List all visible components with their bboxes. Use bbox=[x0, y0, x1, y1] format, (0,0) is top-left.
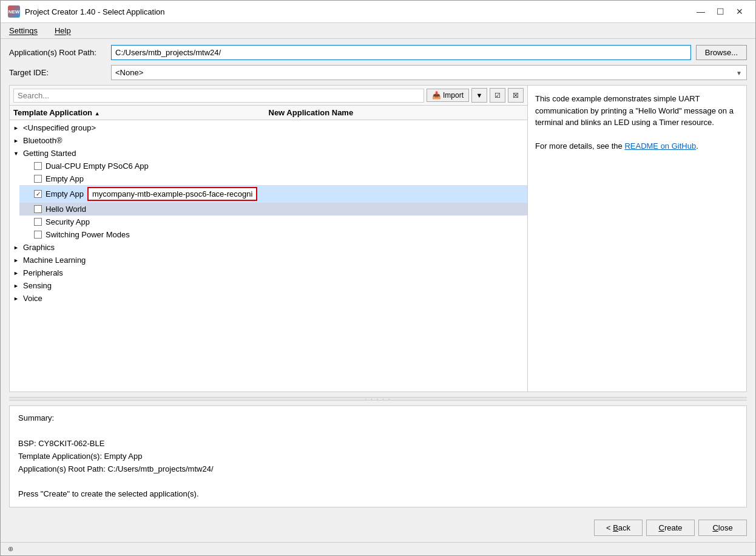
label-hello-world: Hello World bbox=[46, 205, 86, 214]
target-ide-select[interactable]: <None> bbox=[111, 65, 747, 80]
checkbox-switching-power[interactable] bbox=[34, 231, 42, 239]
target-ide-label: Target IDE: bbox=[9, 68, 106, 77]
back-label: < Back bbox=[606, 523, 630, 532]
summary-template: Template Application(s): Empty App bbox=[18, 450, 738, 463]
uncheck-all-button[interactable]: ☒ bbox=[508, 88, 524, 103]
readme-link[interactable]: README on GitHub bbox=[624, 141, 696, 151]
checkbox-empty-app-1[interactable] bbox=[34, 175, 42, 183]
check-all-button[interactable]: ☑ bbox=[490, 88, 505, 103]
target-ide-wrapper: <None> bbox=[111, 65, 747, 80]
status-icon: ⊕ bbox=[8, 545, 13, 553]
group-peripherals-label: Peripherals bbox=[23, 268, 63, 277]
group-graphics-label: Graphics bbox=[23, 243, 55, 252]
root-path-label: Application(s) Root Path: bbox=[9, 48, 106, 57]
group-sensing-label: Sensing bbox=[23, 281, 52, 290]
arrow-unspecified: ► bbox=[13, 125, 21, 131]
label-security-app: Security App bbox=[46, 217, 90, 226]
arrow-getting-started: ▼ bbox=[13, 151, 21, 157]
arrow-voice: ► bbox=[13, 296, 21, 302]
window-title: Project Creator 1.40 - Select Applicatio… bbox=[25, 7, 165, 16]
arrow-sensing: ► bbox=[13, 283, 21, 289]
title-controls: — ☐ ✕ bbox=[692, 5, 748, 18]
group-sensing[interactable]: ► Sensing bbox=[10, 279, 527, 292]
checkbox-hello-world[interactable] bbox=[34, 205, 42, 213]
close-label: Close bbox=[712, 523, 732, 532]
check-all-icon: ☑ bbox=[494, 92, 501, 100]
summary-bsp: BSP: CY8CKIT-062-BLE bbox=[18, 438, 738, 450]
summary-root-path: Application(s) Root Path: C:/Users/mtb_p… bbox=[18, 463, 738, 476]
col-template-header: Template Application ▲ bbox=[13, 108, 269, 117]
back-button[interactable]: < Back bbox=[594, 520, 643, 536]
arrow-bluetooth: ► bbox=[13, 138, 21, 144]
group-getting-started[interactable]: ▼ Getting Started bbox=[10, 147, 527, 160]
group-graphics[interactable]: ► Graphics bbox=[10, 241, 527, 254]
group-bluetooth[interactable]: ► Bluetooth® bbox=[10, 134, 527, 147]
group-machine-learning[interactable]: ► Machine Learning bbox=[10, 254, 527, 266]
divider-handle[interactable]: · · · · · bbox=[9, 397, 747, 401]
getting-started-children: Dual-CPU Empty PSoC6 App Empty App ✓ Emp… bbox=[10, 160, 527, 241]
leaf-empty-app-1[interactable]: Empty App bbox=[19, 172, 527, 185]
divider-dots: · · · · · bbox=[365, 396, 391, 402]
search-input[interactable] bbox=[13, 89, 424, 103]
group-unspecified[interactable]: ► <Unspecified group> bbox=[10, 121, 527, 134]
close-button[interactable]: Close bbox=[698, 520, 747, 536]
browse-button[interactable]: Browse... bbox=[696, 45, 747, 60]
title-bar: NEW Project Creator 1.40 - Select Applic… bbox=[1, 1, 755, 23]
main-window: NEW Project Creator 1.40 - Select Applic… bbox=[0, 0, 756, 556]
import-icon: 📥 bbox=[432, 91, 441, 100]
checkbox-empty-app-2[interactable]: ✓ bbox=[34, 190, 42, 198]
app-icon: NEW bbox=[8, 5, 20, 18]
summary-panel: Summary: BSP: CY8CKIT-062-BLE Template A… bbox=[9, 405, 747, 507]
leaf-dual-cpu[interactable]: Dual-CPU Empty PSoC6 App bbox=[19, 160, 527, 172]
filter-icon: ▼ bbox=[476, 92, 483, 99]
bottom-bar: < Back Create Close bbox=[1, 514, 755, 542]
close-window-button[interactable]: ✕ bbox=[731, 5, 748, 18]
create-button[interactable]: Create bbox=[646, 520, 695, 536]
arrow-graphics: ► bbox=[13, 245, 21, 251]
maximize-button[interactable]: ☐ bbox=[712, 5, 729, 18]
import-button[interactable]: 📥 Import bbox=[427, 89, 469, 102]
group-unspecified-label: <Unspecified group> bbox=[23, 123, 96, 132]
minimize-button[interactable]: — bbox=[692, 5, 709, 18]
content-area: Application(s) Root Path: Browse... Targ… bbox=[1, 39, 755, 514]
status-bar: ⊕ bbox=[1, 542, 755, 555]
import-label: Import bbox=[443, 91, 464, 100]
tree-area: ► <Unspecified group> ► Bluetooth® ▼ Get… bbox=[10, 120, 527, 392]
leaf-switching-power[interactable]: Switching Power Modes bbox=[19, 228, 527, 241]
filter-button[interactable]: ▼ bbox=[471, 88, 487, 103]
leaf-hello-world[interactable]: Hello World bbox=[19, 203, 527, 215]
group-getting-started-label: Getting Started bbox=[23, 149, 76, 158]
arrow-machine-learning: ► bbox=[13, 257, 21, 263]
create-label: Create bbox=[658, 523, 682, 532]
summary-press-create: Press "Create" to create the selected ap… bbox=[18, 488, 738, 501]
right-panel: This code example demonstrates simple UA… bbox=[528, 86, 746, 392]
root-path-row: Application(s) Root Path: Browse... bbox=[9, 45, 747, 60]
settings-menu[interactable]: Settings bbox=[5, 24, 41, 37]
leaf-security-app[interactable]: Security App bbox=[19, 215, 527, 228]
left-panel: 📥 Import ▼ ☑ ☒ Template bbox=[10, 86, 528, 392]
group-voice[interactable]: ► Voice bbox=[10, 292, 527, 305]
label-switching-power: Switching Power Modes bbox=[46, 230, 130, 239]
arrow-peripherals: ► bbox=[13, 270, 21, 276]
summary-title: Summary: bbox=[18, 412, 738, 425]
group-bluetooth-label: Bluetooth® bbox=[23, 136, 62, 145]
menu-bar: Settings Help bbox=[1, 23, 755, 39]
col-appname-header: New Application Name bbox=[269, 108, 524, 117]
group-machine-learning-label: Machine Learning bbox=[23, 256, 86, 265]
root-path-input[interactable] bbox=[111, 45, 691, 60]
table-header: Template Application ▲ New Application N… bbox=[10, 106, 527, 120]
uncheck-all-icon: ☒ bbox=[513, 92, 519, 100]
description-suffix: . bbox=[696, 141, 698, 151]
checkbox-dual-cpu[interactable] bbox=[34, 162, 42, 170]
label-empty-app-1: Empty App bbox=[46, 174, 84, 183]
main-panel: 📥 Import ▼ ☑ ☒ Template bbox=[9, 85, 747, 392]
group-peripherals[interactable]: ► Peripherals bbox=[10, 266, 527, 279]
title-bar-left: NEW Project Creator 1.40 - Select Applic… bbox=[8, 5, 165, 18]
checkbox-security-app[interactable] bbox=[34, 218, 42, 226]
label-dual-cpu: Dual-CPU Empty PSoC6 App bbox=[46, 161, 149, 171]
leaf-empty-app-2[interactable]: ✓ Empty App bbox=[19, 185, 527, 203]
app-name-input[interactable] bbox=[87, 187, 257, 201]
target-ide-row: Target IDE: <None> bbox=[9, 65, 747, 80]
group-voice-label: Voice bbox=[23, 294, 42, 303]
help-menu[interactable]: Help bbox=[51, 24, 75, 37]
